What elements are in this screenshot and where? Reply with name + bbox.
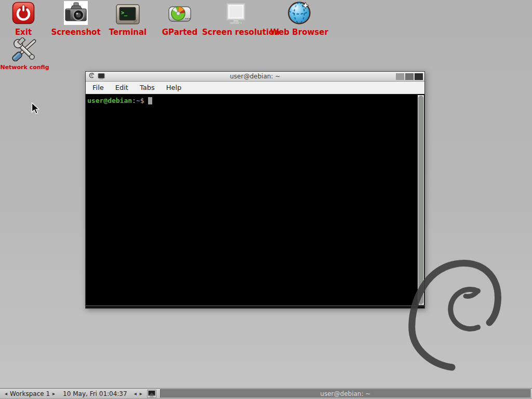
camera-icon bbox=[50, 0, 102, 25]
show-desktop-icon[interactable] bbox=[147, 390, 156, 398]
menu-help[interactable]: Help bbox=[162, 82, 186, 93]
mouse-pointer-icon bbox=[31, 102, 41, 118]
terminal-content[interactable]: user@debian:~$ bbox=[86, 95, 424, 308]
taskbar-clock: 10 May, Fri 01:04:37 bbox=[63, 390, 127, 397]
scrollbar-thumb[interactable] bbox=[418, 96, 423, 304]
tasklist-next-button[interactable]: ▸ bbox=[138, 389, 144, 398]
close-button[interactable] bbox=[415, 73, 423, 80]
prompt-symbol: $ bbox=[140, 97, 144, 104]
window-menubar: File Edit Tabs Help bbox=[86, 82, 424, 94]
desktop-icon-label: GParted bbox=[159, 28, 201, 37]
window-titlebar[interactable]: user@debian: ~ bbox=[86, 72, 424, 82]
maximize-button[interactable] bbox=[405, 73, 414, 80]
tasklist-prev-button[interactable]: ◂ bbox=[132, 389, 138, 398]
workspace-next-button[interactable]: ▸ bbox=[51, 389, 57, 398]
desktop-icon-screenshot[interactable]: Screenshot bbox=[50, 0, 102, 37]
window-title: user@debian: ~ bbox=[86, 73, 424, 80]
taskbar: ◂ Workspace 1 ▸ 10 May, Fri 01:04:37 ◂ ▸… bbox=[0, 388, 532, 399]
minimize-button[interactable] bbox=[396, 73, 404, 80]
desktop-icon-web-browser[interactable]: Web Browser bbox=[268, 0, 330, 37]
svg-text:>_: >_ bbox=[121, 10, 128, 16]
workspace-label[interactable]: Workspace 1 bbox=[10, 390, 50, 397]
desktop-icon-label: Screenshot bbox=[50, 28, 102, 37]
terminal-window: user@debian: ~ File Edit Tabs Help user@… bbox=[85, 71, 425, 309]
monitor-icon bbox=[202, 0, 270, 25]
menu-edit[interactable]: Edit bbox=[111, 82, 132, 93]
tools-icon bbox=[0, 36, 49, 61]
power-icon bbox=[3, 0, 44, 25]
disk-partition-icon bbox=[159, 0, 201, 25]
task-button-label: user@debian: ~ bbox=[320, 390, 370, 397]
prompt-separator: : bbox=[132, 97, 136, 104]
shell-prompt: user@debian:~$ bbox=[86, 95, 424, 105]
desktop-icon-label: Terminal bbox=[107, 28, 149, 37]
globe-icon bbox=[268, 0, 330, 25]
menu-file[interactable]: File bbox=[88, 82, 108, 93]
desktop-icon-label: Screen resolution bbox=[202, 28, 270, 37]
terminal-cursor bbox=[148, 97, 152, 104]
task-button-terminal[interactable]: user@debian: ~ bbox=[160, 389, 531, 398]
desktop-icon-terminal[interactable]: >_ Terminal bbox=[107, 0, 149, 37]
window-bottom-edge bbox=[86, 305, 424, 308]
prompt-path: ~ bbox=[136, 97, 140, 104]
menu-tabs[interactable]: Tabs bbox=[136, 82, 159, 93]
desktop-icon-screen-resolution[interactable]: Screen resolution bbox=[202, 0, 270, 37]
terminal-scrollbar[interactable] bbox=[418, 95, 424, 305]
desktop-icon-label: Exit bbox=[3, 28, 44, 37]
desktop-icon-network-config[interactable]: Network config bbox=[0, 36, 49, 71]
desktop-icon-label: Web Browser bbox=[268, 28, 330, 37]
workspace-prev-button[interactable]: ◂ bbox=[3, 389, 9, 398]
desktop-icon-label: Network config bbox=[0, 64, 49, 71]
desktop-icon-gparted[interactable]: GParted bbox=[159, 0, 201, 37]
desktop-icon-exit[interactable]: Exit bbox=[3, 0, 44, 37]
prompt-user-host: user@debian bbox=[87, 97, 132, 104]
crt-monitor-icon: >_ bbox=[107, 0, 149, 25]
